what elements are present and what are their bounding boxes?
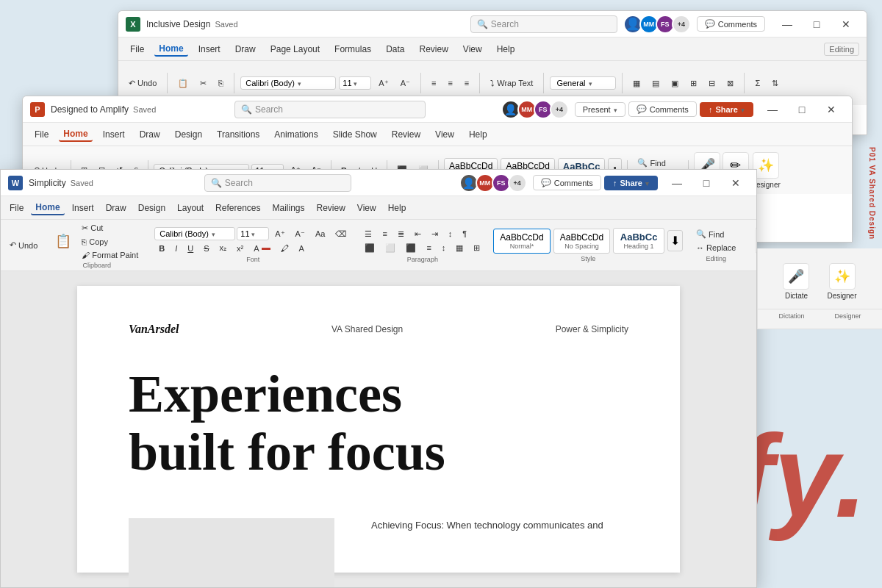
word-style-heading1[interactable]: AaBbCc Heading 1: [613, 228, 664, 254]
excel-menu-help[interactable]: Help: [492, 43, 520, 56]
word-copy-button[interactable]: ⎘ Copy: [77, 236, 143, 248]
word-maximize-button[interactable]: □: [693, 174, 720, 192]
ppt-share-button[interactable]: ↑ Share: [700, 102, 753, 117]
word-menu-review[interactable]: Review: [312, 201, 350, 215]
excel-format-cells[interactable]: ⊠: [723, 77, 738, 90]
excel-editing-label[interactable]: Editing: [824, 43, 859, 56]
ppt-menu-home[interactable]: Home: [59, 127, 92, 142]
word-inc-font[interactable]: A⁺: [270, 228, 289, 240]
ppt-find-button[interactable]: Find: [633, 157, 682, 169]
excel-cell-styles[interactable]: ▣: [667, 77, 683, 90]
word-align-left[interactable]: ⬛: [360, 242, 379, 254]
ppt-menu-animations[interactable]: Animations: [270, 128, 322, 141]
excel-comments-button[interactable]: 💬 Comments: [697, 16, 765, 32]
excel-menu-view[interactable]: View: [459, 43, 487, 56]
word-aa-button[interactable]: Aa: [311, 228, 329, 240]
word-comments-button[interactable]: 💬 Comments: [533, 175, 601, 190]
excel-paste-button[interactable]: 📋: [173, 77, 193, 90]
ppt-present-button[interactable]: Present: [575, 102, 625, 117]
word-clear-format[interactable]: ⌫: [331, 228, 351, 240]
word-share-button[interactable]: ↑ Share: [604, 176, 658, 190]
excel-increase-font[interactable]: A⁺: [374, 77, 392, 90]
word-dictate-button[interactable]: 🎤 Dictate: [755, 227, 756, 264]
excel-format-table[interactable]: ▤: [648, 77, 664, 90]
word-text-color[interactable]: A: [249, 243, 274, 254]
word-italic-button[interactable]: I: [171, 243, 182, 254]
word-menu-layout[interactable]: Layout: [173, 201, 208, 215]
word-font-color-2[interactable]: A: [295, 243, 309, 254]
word-menu-mailings[interactable]: Mailings: [268, 201, 309, 215]
word-format-paint-button[interactable]: 🖌 Format Paint: [77, 249, 143, 261]
word-highlight[interactable]: 🖍: [276, 243, 293, 254]
excel-maximize-button[interactable]: □: [803, 15, 830, 33]
ppt-maximize-button[interactable]: □: [789, 101, 815, 118]
ppt-menu-review[interactable]: Review: [387, 128, 425, 141]
word-superscript-button[interactable]: x²: [232, 243, 248, 254]
excel-align-left[interactable]: ≡: [427, 77, 440, 89]
ppt-menu-draw[interactable]: Draw: [135, 128, 165, 141]
word-panel-dictate[interactable]: 🎤 Dictate: [783, 263, 809, 300]
excel-delete-cells[interactable]: ⊟: [704, 77, 720, 90]
word-style-nospace[interactable]: AaBbCcDd No Spacing: [553, 229, 610, 254]
word-menu-insert[interactable]: Insert: [68, 201, 98, 215]
word-font-selector[interactable]: Calibri (Body): [154, 227, 235, 240]
word-panel-designer[interactable]: ✨ Designer: [827, 263, 856, 300]
excel-conditional-format[interactable]: ▦: [628, 77, 645, 90]
ppt-menu-slideshow[interactable]: Slide Show: [329, 128, 381, 141]
ppt-close-button[interactable]: ✕: [818, 101, 845, 118]
excel-copy-button[interactable]: ⎘: [214, 77, 228, 89]
excel-wrap-text-button[interactable]: ⤵ Wrap Text: [486, 77, 537, 89]
word-fontsize-selector[interactable]: 11: [237, 227, 269, 240]
excel-menu-formulas[interactable]: Formulas: [330, 43, 376, 56]
ppt-menu-help[interactable]: Help: [465, 128, 492, 141]
excel-menu-pagelayout[interactable]: Page Layout: [266, 43, 324, 56]
excel-menu-file[interactable]: File: [126, 43, 148, 56]
ppt-menu-file[interactable]: File: [30, 128, 53, 141]
ppt-search-box[interactable]: 🔍 Search: [234, 101, 426, 118]
excel-sort-filter[interactable]: ⇅: [767, 77, 783, 90]
word-find-button[interactable]: 🔍 Find: [692, 228, 740, 240]
excel-menu-review[interactable]: Review: [415, 43, 452, 56]
ppt-minimize-button[interactable]: —: [759, 101, 786, 118]
word-subscript-button[interactable]: x₂: [215, 242, 232, 254]
word-replace-button[interactable]: ↔ Replace: [692, 242, 740, 254]
word-sort[interactable]: ↕: [444, 228, 457, 240]
word-align-right[interactable]: ⬛: [401, 242, 420, 254]
excel-insert-cells[interactable]: ⊞: [686, 77, 701, 90]
word-bold-button[interactable]: B: [154, 243, 169, 254]
excel-cut-button[interactable]: ✂: [196, 77, 211, 90]
word-minimize-button[interactable]: —: [664, 174, 690, 192]
ppt-menu-transitions[interactable]: Transitions: [212, 128, 264, 141]
excel-align-right[interactable]: ≡: [460, 77, 473, 89]
excel-close-button[interactable]: ✕: [833, 15, 859, 33]
word-cut-button[interactable]: ✂ Cut: [77, 222, 143, 234]
word-borders[interactable]: ⊞: [469, 242, 484, 254]
word-style-normal[interactable]: AaBbCcDd Normal*: [493, 229, 550, 254]
word-multilevel[interactable]: ≣: [393, 228, 409, 240]
word-menu-home[interactable]: Home: [31, 201, 64, 215]
word-undo-button[interactable]: Undo: [5, 239, 42, 251]
word-close-button[interactable]: ✕: [723, 174, 749, 192]
excel-minimize-button[interactable]: —: [774, 15, 800, 33]
ppt-menu-insert[interactable]: Insert: [98, 128, 129, 141]
excel-undo-button[interactable]: Undo: [124, 77, 161, 90]
word-numbering[interactable]: ≡: [378, 228, 391, 240]
word-menu-design[interactable]: Design: [134, 201, 170, 215]
excel-search-box[interactable]: 🔍 Search: [470, 15, 617, 33]
excel-menu-data[interactable]: Data: [381, 43, 409, 56]
excel-number-format[interactable]: General: [550, 76, 616, 90]
word-styles-more[interactable]: ⬇: [667, 230, 683, 251]
ppt-comments-button[interactable]: 💬 Comments: [628, 101, 697, 117]
excel-menu-insert[interactable]: Insert: [194, 43, 225, 56]
excel-decrease-font[interactable]: A⁻: [396, 77, 415, 90]
excel-menu-home[interactable]: Home: [154, 42, 187, 57]
word-increase-indent[interactable]: ⇥: [427, 228, 442, 240]
excel-menu-draw[interactable]: Draw: [231, 43, 260, 56]
word-menu-help[interactable]: Help: [384, 201, 411, 215]
word-show-para[interactable]: ¶: [458, 228, 471, 240]
word-line-spacing[interactable]: ↕: [437, 242, 451, 254]
excel-fontsize-selector[interactable]: 11: [339, 76, 371, 90]
word-shading[interactable]: ▦: [451, 242, 467, 254]
excel-sum-button[interactable]: Σ: [750, 77, 764, 89]
ppt-menu-design[interactable]: Design: [171, 128, 207, 141]
